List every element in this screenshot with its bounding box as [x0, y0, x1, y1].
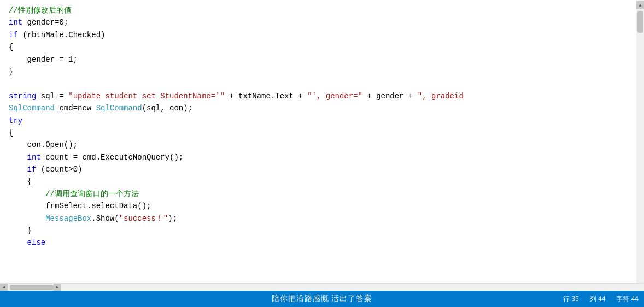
scroll-left-arrow[interactable]: ◀	[0, 284, 8, 291]
code-line: //调用查询窗口的一个方法	[0, 188, 636, 200]
vertical-scrollbar[interactable]: ▲	[636, 0, 644, 283]
code-line: }	[0, 66, 636, 78]
code-area: //性别修改后的值int gender=0;if (rbtnMale.Check…	[0, 0, 636, 283]
main-content: //性别修改后的值int gender=0;if (rbtnMale.Check…	[0, 0, 644, 283]
scroll-right-arrow[interactable]: ▶	[54, 284, 61, 291]
code-line: //性别修改后的值	[0, 4, 636, 16]
code-line: {	[0, 127, 636, 139]
code-line: string sql = "update student set Student…	[0, 90, 636, 102]
status-row: 行 35	[563, 294, 579, 304]
scroll-up-arrow[interactable]: ▲	[636, 1, 644, 9]
code-line: int gender=0;	[0, 16, 636, 28]
code-line: SqlCommand cmd=new SqlCommand(sql, con);	[0, 102, 636, 114]
status-col: 列 44	[590, 294, 606, 304]
code-line: else	[0, 237, 636, 249]
code-line: MessageBox.Show("success！");	[0, 212, 636, 225]
code-line	[0, 78, 636, 90]
horizontal-scrollbar[interactable]: ◀ ▶	[0, 283, 644, 291]
code-line: if (rbtnMale.Checked)	[0, 29, 636, 41]
code-line: frmSelect.selectData();	[0, 200, 636, 212]
code-line: if (count>0)	[0, 163, 636, 175]
status-bar: 陪你把沿路感慨 活出了答案 行 35 列 44 字符 44	[0, 291, 644, 307]
scrollbar-thumb-h[interactable]	[10, 285, 54, 290]
code-line: int count = cmd.ExecuteNonQuery();	[0, 151, 636, 163]
code-line: }	[0, 225, 636, 237]
status-bar-center-text: 陪你把沿路感慨 活出了答案	[272, 294, 373, 304]
code-line: {	[0, 175, 636, 187]
status-char: 字符 44	[616, 294, 639, 304]
code-line: gender = 1;	[0, 54, 636, 66]
code-line: try	[0, 115, 636, 127]
code-line: con.Open();	[0, 139, 636, 151]
scrollbar-thumb-v[interactable]	[637, 11, 643, 33]
code-line: {	[0, 41, 636, 53]
status-bar-right: 行 35 列 44 字符 44	[563, 294, 644, 304]
